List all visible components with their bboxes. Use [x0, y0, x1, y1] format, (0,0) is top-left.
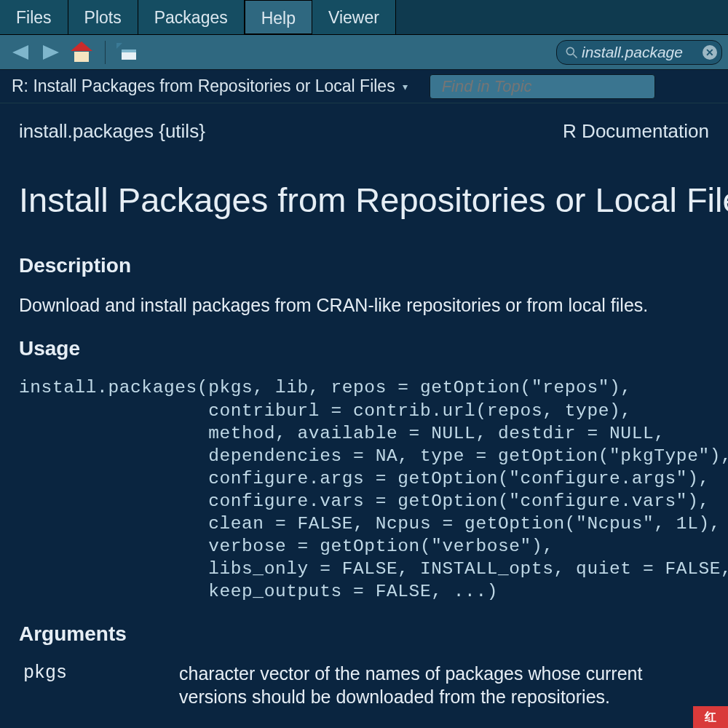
section-arguments: Arguments [19, 621, 709, 647]
back-button[interactable] [6, 38, 35, 67]
arrow-right-icon [43, 45, 59, 60]
panel-tabs: Files Plots Packages Help Viewer [0, 0, 728, 35]
help-crumb-bar: R: Install Packages from Repositories or… [0, 70, 728, 103]
arrow-left-icon [12, 45, 28, 60]
find-in-topic-input[interactable] [430, 74, 655, 99]
search-icon [564, 45, 579, 60]
tab-plots[interactable]: Plots [68, 0, 138, 34]
topic-label: install.packages {utils} [19, 119, 205, 144]
section-description: Description [19, 253, 709, 279]
argument-description: character vector of the names of package… [179, 662, 709, 709]
popout-button[interactable] [113, 38, 142, 67]
section-usage: Usage [19, 336, 709, 362]
clear-search-icon[interactable]: ✕ [703, 45, 717, 60]
arguments-list: pkgs character vector of the names of pa… [19, 662, 709, 709]
popout-icon [119, 45, 136, 60]
tab-files[interactable]: Files [0, 0, 68, 34]
doc-right-label: R Documentation [563, 119, 709, 144]
usage-code: install.packages(pkgs, lib, repos = getO… [19, 376, 709, 603]
svg-line-1 [574, 54, 577, 58]
svg-point-0 [566, 47, 574, 55]
chevron-down-icon[interactable]: ▾ [403, 81, 408, 92]
tab-packages[interactable]: Packages [138, 0, 245, 34]
description-text: Download and install packages from CRAN-… [19, 293, 709, 318]
tab-help[interactable]: Help [245, 0, 312, 34]
page-title: Install Packages from Repositories or Lo… [19, 178, 709, 222]
help-toolbar: ✕ [0, 35, 728, 70]
help-document: install.packages {utils} R Documentation… [0, 103, 728, 725]
search-input[interactable] [579, 44, 703, 61]
argument-row: pkgs character vector of the names of pa… [19, 662, 709, 709]
search-box[interactable]: ✕ [556, 40, 722, 65]
tab-viewer[interactable]: Viewer [312, 0, 396, 34]
toolbar-divider [105, 41, 106, 64]
doc-header: install.packages {utils} R Documentation [19, 119, 709, 144]
corner-mark: 红 [693, 706, 728, 728]
crumb-title: R: Install Packages from Repositories or… [12, 76, 395, 96]
home-icon [71, 43, 92, 62]
home-button[interactable] [67, 38, 96, 67]
argument-name: pkgs [19, 662, 179, 709]
forward-button[interactable] [36, 38, 66, 67]
